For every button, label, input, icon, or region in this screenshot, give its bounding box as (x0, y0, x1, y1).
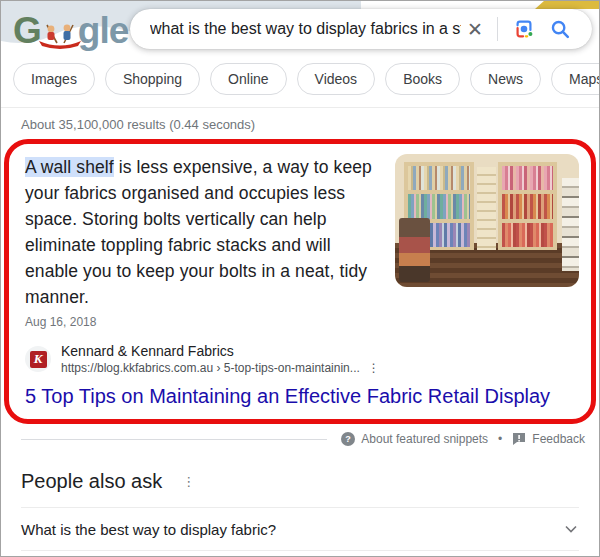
result-title-link[interactable]: 5 Top Tips on Maintaining an Effective F… (25, 383, 579, 409)
snippet-source-row: K Kennard & Kennard Fabrics https://blog… (25, 342, 579, 376)
snippet-highlight: A wall shelf (25, 157, 114, 177)
tab-news[interactable]: News (470, 63, 541, 95)
people-also-ask-title: People also ask (21, 470, 162, 493)
paa-more-options-icon[interactable]: ⋮ (182, 474, 195, 489)
about-featured-snippets-link[interactable]: ? About featured snippets (341, 432, 488, 446)
snippet-footer: ? About featured snippets • Feedback (21, 432, 585, 446)
source-text-block: Kennard & Kennard Fabrics https://blog.k… (61, 342, 380, 376)
paa-question-list: What is the best way to display fabric? … (21, 507, 579, 557)
canoe-doodle-icon (37, 19, 83, 53)
result-stats: About 35,100,000 results (0.44 seconds) (1, 108, 599, 132)
search-submit-icon[interactable] (542, 18, 578, 40)
tab-online[interactable]: Online (210, 63, 286, 95)
source-url[interactable]: https://blog.kkfabrics.com.au › 5-top-ti… (61, 360, 360, 376)
snippet-body-rest: is less expensive, a way to keep your fa… (25, 157, 372, 307)
photo-right-shelf (498, 162, 557, 250)
paa-question-1[interactable]: What is the best way to display fabric? (21, 508, 579, 551)
doodle-banner-decoration (535, 1, 599, 9)
tab-shopping[interactable]: Shopping (105, 63, 200, 95)
search-box[interactable]: what is the best way to display fabrics … (130, 9, 592, 49)
search-filter-tabs: Images Shopping Online Videos Books News… (1, 57, 599, 108)
svg-text:?: ? (346, 434, 352, 444)
featured-snippet-annotation: A wall shelf is less expensive, a way to… (4, 139, 596, 424)
snippet-date: Aug 16, 2018 (25, 315, 381, 329)
google-search-results-page: G gle what is the best way to display fa… (0, 0, 600, 557)
photo-right-stack (562, 178, 579, 271)
people-also-ask-section: People also ask ⋮ What is the best way t… (21, 470, 579, 557)
tab-videos[interactable]: Videos (297, 63, 376, 95)
chevron-down-icon[interactable] (563, 521, 579, 537)
footer-divider-line (21, 439, 327, 440)
logo-letters-gle: gle (78, 11, 128, 51)
photo-middle-rack (477, 167, 496, 249)
tab-images[interactable]: Images (13, 63, 95, 95)
paa-question-2[interactable]: How do you display fabric on the wall? (21, 551, 579, 557)
search-header: G gle what is the best way to display fa… (1, 1, 599, 57)
help-circle-icon: ? (341, 432, 355, 446)
footer-dot-separator: • (498, 432, 502, 446)
tab-maps[interactable]: Maps (551, 63, 599, 95)
feedback-flag-icon (512, 432, 526, 446)
snippet-feedback-link[interactable]: Feedback (512, 432, 585, 446)
snippet-thumbnail-fabric-store[interactable] (395, 154, 579, 287)
tab-books[interactable]: Books (385, 63, 460, 95)
search-input[interactable]: what is the best way to display fabrics … (150, 20, 461, 38)
google-doodle-logo[interactable]: G gle (13, 9, 128, 51)
snippet-body-text: A wall shelf is less expensive, a way to… (25, 154, 381, 310)
photo-cart (399, 218, 430, 282)
source-favicon: K (25, 346, 51, 372)
snippet-text-column: A wall shelf is less expensive, a way to… (25, 154, 395, 329)
google-lens-icon[interactable] (506, 18, 542, 40)
source-name[interactable]: Kennard & Kennard Fabrics (61, 342, 380, 360)
clear-search-icon[interactable]: ✕ (461, 18, 489, 41)
searchbox-divider (497, 17, 498, 41)
result-more-options-icon[interactable]: ⋮ (368, 360, 380, 376)
